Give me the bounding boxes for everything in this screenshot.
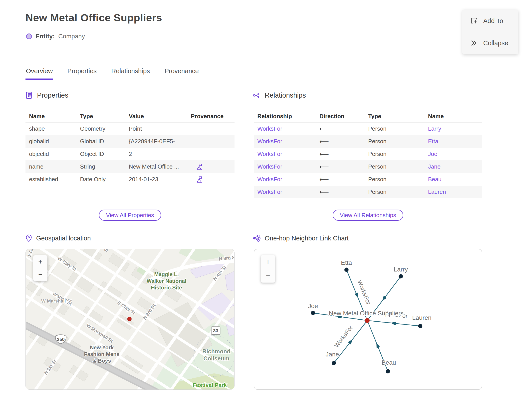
graph-node-company[interactable]	[365, 318, 370, 323]
route-shield: 33	[211, 327, 220, 334]
relationship-type-link[interactable]: WorksFor	[257, 138, 282, 145]
entity-badge-icon	[26, 34, 32, 39]
property-row: shape Geometry Point	[26, 122, 234, 135]
location-marker[interactable]	[127, 317, 132, 321]
collapse-button[interactable]: Collapse	[462, 32, 518, 54]
entity-overview-page: New Metal Office Suppliers Entity: Compa…	[0, 0, 532, 405]
relationship-entity-type-cell: Person	[365, 125, 425, 132]
relationship-direction-cell: ⟵	[316, 188, 365, 196]
graph-node-lauren[interactable]	[418, 324, 423, 328]
street-label: W Marshall St	[41, 298, 72, 304]
property-type-cell: Date Only	[76, 176, 125, 183]
graph-node-larry[interactable]	[399, 274, 403, 279]
property-name-cell: name	[26, 163, 76, 170]
chart-zoom-out-button[interactable]: −	[261, 269, 275, 283]
property-row: objectid Object ID 2	[26, 148, 234, 160]
graph-node-jane[interactable]	[332, 361, 336, 365]
linkchart-section-title: One-hop Neighbor Link Chart	[265, 235, 349, 242]
relationship-type-link[interactable]: WorksFor	[257, 163, 282, 170]
add-to-label: Add To	[483, 17, 503, 25]
edge-arrow	[376, 343, 380, 349]
one-hop-link-chart[interactable]: WorksForWorksForWorksForEttaLarryJoeLaur…	[254, 249, 482, 390]
relationship-name-cell: Etta	[425, 138, 482, 145]
property-row: established Date Only 2014-01-23	[26, 173, 234, 186]
relationship-direction-cell: ⟵	[316, 163, 365, 171]
map-zoom-out-button[interactable]: −	[33, 268, 47, 281]
relationship-type-link[interactable]: WorksFor	[257, 189, 282, 195]
relationships-icon	[253, 92, 261, 99]
chart-zoom-control: + −	[261, 255, 275, 283]
property-name-cell: objectid	[26, 151, 76, 157]
relationship-name-link[interactable]: Beau	[428, 176, 442, 182]
edge-arrow	[354, 293, 358, 298]
tab-overview[interactable]: Overview	[26, 67, 53, 80]
relationship-entity-type-cell: Person	[365, 151, 425, 157]
property-type-cell: Global ID	[76, 138, 125, 145]
col-header: Relationship	[254, 113, 316, 120]
graph-node-joe[interactable]	[311, 311, 315, 315]
relationship-row: WorksFor ⟵ Person Joe	[254, 148, 482, 160]
entity-type-line: Entity: Company	[26, 33, 85, 40]
relationship-direction-cell: ⟵	[316, 176, 365, 183]
property-provenance-cell[interactable]	[187, 163, 234, 171]
relationship-row: WorksFor ⟵ Person Beau	[254, 173, 482, 186]
relationship-type-link[interactable]: WorksFor	[257, 151, 282, 157]
graph-node-label: Beau	[381, 359, 396, 366]
relationship-entity-type-cell: Person	[365, 176, 425, 183]
property-value-cell: 2014-01-23	[125, 176, 187, 183]
property-type-cell: String	[76, 163, 125, 170]
one-hop-network-icon	[253, 234, 261, 242]
col-header: Value	[125, 113, 187, 120]
relationship-direction-cell: ⟵	[316, 137, 365, 145]
map-zoom-control: + −	[33, 255, 47, 281]
graph-node-etta[interactable]	[345, 268, 349, 272]
graph-node-label: Lauren	[412, 314, 431, 321]
link-chart-canvas[interactable]: WorksForWorksForWorksForEttaLarryJoeLaur…	[254, 249, 482, 389]
page-title: New Metal Office Suppliers	[26, 12, 162, 24]
entity-type-value: Company	[58, 33, 85, 40]
property-value-cell: New Metal Office ...	[125, 163, 187, 170]
property-name-cell: established	[26, 176, 76, 183]
col-header: Provenance	[187, 113, 234, 120]
map-zoom-in-button[interactable]: +	[33, 255, 47, 268]
geospatial-section-title: Geospatial location	[36, 235, 91, 242]
tab-relationships[interactable]: Relationships	[111, 67, 150, 80]
property-value-cell: Point	[125, 125, 187, 132]
tab-provenance[interactable]: Provenance	[164, 67, 199, 80]
graph-node-beau[interactable]	[386, 369, 390, 373]
relationship-direction-cell: ⟵	[316, 125, 365, 133]
relationship-name-link[interactable]: Joe	[428, 151, 437, 157]
geospatial-section-header: Geospatial location	[26, 234, 91, 242]
property-provenance-cell[interactable]	[187, 176, 234, 183]
edge-arrow	[348, 339, 352, 344]
add-to-icon	[470, 17, 478, 25]
relationship-type-link[interactable]: WorksFor	[257, 176, 282, 182]
relationship-name-link[interactable]: Jane	[428, 163, 440, 170]
add-to-button[interactable]: Add To	[462, 10, 518, 32]
relationship-type-cell: WorksFor	[254, 125, 316, 132]
relationship-type-cell: WorksFor	[254, 189, 316, 196]
relationship-name-link[interactable]: Lauren	[428, 189, 446, 195]
col-header: Type	[76, 113, 125, 120]
chart-zoom-in-button[interactable]: +	[261, 255, 275, 269]
actions-panel: Add To Collapse	[462, 10, 518, 54]
geospatial-map[interactable]: 250 33k RdW Clay StSaE Clay Starshall St…	[26, 249, 234, 390]
graph-center-label: New Metal Office Suppliers	[329, 310, 403, 317]
relationship-name-link[interactable]: Larry	[428, 125, 441, 132]
relationship-type-cell: WorksFor	[254, 138, 316, 145]
view-all-relationships-button[interactable]: View All Relationships	[333, 209, 403, 221]
view-all-properties-button[interactable]: View All Properties	[99, 209, 161, 221]
property-name-cell: globalid	[26, 138, 76, 145]
relationship-type-link[interactable]: WorksFor	[257, 125, 282, 132]
map-canvas[interactable]: 250 33k RdW Clay StSaE Clay Starshall St…	[26, 249, 234, 390]
poi-label: Festival Park	[193, 382, 227, 388]
edge-label: WorksFor	[333, 324, 354, 349]
property-type-cell: Object ID	[76, 151, 125, 157]
relationship-name-link[interactable]: Etta	[428, 138, 438, 145]
tab-properties[interactable]: Properties	[67, 67, 97, 80]
linkchart-section-header: One-hop Neighbor Link Chart	[253, 234, 349, 242]
col-header: Direction	[316, 113, 365, 120]
relationship-type-cell: WorksFor	[254, 176, 316, 183]
relationship-name-cell: Lauren	[425, 189, 482, 196]
properties-table-body: shape Geometry Point globalid Global ID …	[26, 122, 234, 186]
